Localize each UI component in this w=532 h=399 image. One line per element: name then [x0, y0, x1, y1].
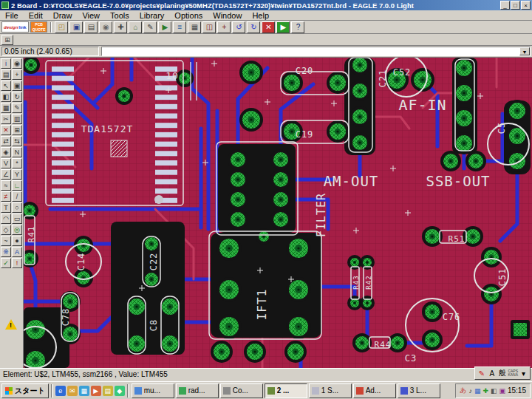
ql-outlook-icon[interactable]: ✉	[67, 386, 78, 396]
tool-name[interactable]: N	[12, 147, 22, 157]
menu-file[interactable]: File	[0, 11, 24, 20]
tool-pinswap[interactable]: ⇄	[1, 136, 11, 146]
pcb-drawing[interactable]: 10C20C21C52AF-INTDA1572TC19AM-OUTSSB-OUT…	[24, 58, 532, 368]
menu-options[interactable]: Options	[169, 11, 208, 20]
tray-display-icon[interactable]: ▦	[474, 387, 481, 395]
tray-task-icon[interactable]: ▣	[499, 387, 505, 395]
use-library-button[interactable]: ⌂	[129, 21, 142, 33]
tool-auto[interactable]: A	[12, 247, 22, 257]
mark-button[interactable]: +	[217, 21, 231, 33]
ql-media-player-icon[interactable]: ▶	[91, 386, 101, 396]
tool-signal[interactable]: ~	[1, 236, 11, 246]
ime-input-mode[interactable]: A	[487, 369, 497, 378]
task-1s[interactable]: 1 S...	[309, 383, 352, 398]
menu-library[interactable]: Library	[134, 11, 170, 20]
ime-conversion-mode[interactable]: 般	[497, 368, 507, 378]
tool-show[interactable]: ◉	[12, 58, 22, 69]
ime-options-icon[interactable]: ▾	[519, 369, 528, 378]
tool-mark[interactable]: +	[12, 69, 22, 80]
task-eagle-board[interactable]: 2 ...	[265, 383, 307, 398]
tool-paste[interactable]: ▥	[12, 114, 22, 124]
designlink-button[interactable]: design link	[1, 21, 29, 33]
command-line-input[interactable]	[102, 47, 519, 55]
display-layers-button[interactable]: ◫	[202, 21, 216, 33]
menu-tools[interactable]: Tools	[105, 11, 134, 20]
tool-arc[interactable]: ◠	[1, 214, 11, 224]
tool-circle[interactable]: ○	[12, 202, 22, 213]
close-button[interactable]: ×	[521, 1, 531, 10]
grid-button[interactable]: ⊞	[1, 35, 13, 45]
task-rad[interactable]: rad...	[176, 383, 219, 398]
tool-ripup[interactable]: ≠	[1, 191, 11, 202]
tool-rect[interactable]: ▭	[12, 214, 22, 224]
tool-hole[interactable]: ●	[12, 236, 22, 246]
tool-lock[interactable]: ◈	[1, 147, 11, 157]
pcb-quote-button[interactable]: PCB QUOTE	[30, 21, 48, 33]
tool-display[interactable]: ▤	[1, 69, 11, 80]
tool-route[interactable]: ∟	[12, 180, 22, 191]
ql-explorer-icon[interactable]: ▤	[103, 386, 113, 396]
tool-info[interactable]: i	[1, 58, 11, 69]
tool-group[interactable]: ▦	[1, 103, 11, 113]
cam-processor-button[interactable]: ◉	[99, 21, 112, 33]
task-co[interactable]: Co...	[220, 383, 263, 398]
taskbar-clock[interactable]: 15:15	[508, 386, 526, 395]
command-dropdown-arrow[interactable]: ▼	[519, 47, 530, 55]
board-canvas[interactable]: 10C20C21C52AF-INTDA1572TC19AM-OUTSSB-OUT…	[24, 58, 532, 368]
tool-add[interactable]: ⊞	[12, 125, 22, 135]
minimize-button[interactable]: _	[500, 1, 510, 10]
task-3l[interactable]: 3 L...	[398, 383, 440, 398]
save-button[interactable]: ▣	[69, 21, 83, 33]
tool-mirror[interactable]: ◧	[1, 92, 11, 102]
tool-miter[interactable]: ∠	[1, 169, 11, 180]
tool-change[interactable]: ✎	[12, 103, 22, 113]
ql-messenger-icon[interactable]: ◆	[115, 386, 125, 396]
command-combo[interactable]: ▼	[101, 47, 531, 56]
menu-help[interactable]: Help	[247, 11, 274, 20]
tool-smash[interactable]: *	[12, 158, 22, 168]
tray-antivirus-icon[interactable]: ✚	[482, 387, 488, 395]
app-icon[interactable]	[1, 1, 9, 9]
tool-rotate[interactable]: ↻	[12, 92, 22, 102]
open-button[interactable]: ◰	[55, 21, 68, 33]
print-button[interactable]: ▤	[84, 21, 98, 33]
menu-draw[interactable]: Draw	[48, 11, 78, 20]
tool-errors[interactable]: !	[12, 258, 22, 268]
tool-text[interactable]: T	[1, 202, 11, 213]
go-command-button[interactable]: ▶	[276, 21, 290, 33]
tray-volume-icon[interactable]: ♪	[468, 387, 472, 395]
menu-edit[interactable]: Edit	[24, 11, 48, 20]
tool-split[interactable]: Y	[12, 169, 22, 180]
run-ulp-button[interactable]: ▶	[158, 21, 171, 33]
undo-button[interactable]: ↺	[232, 21, 245, 33]
ql-internet-explorer-icon[interactable]: e	[55, 386, 66, 396]
tool-ratsnest[interactable]: ※	[1, 247, 11, 257]
tool-move[interactable]: ↖	[1, 81, 11, 91]
help-button[interactable]: ?	[291, 21, 304, 33]
window-select-button[interactable]: ▦	[188, 21, 201, 33]
tray-network-icon[interactable]: ◧	[491, 387, 497, 395]
tray-ime-icon[interactable]: あ	[460, 386, 466, 395]
redo-button[interactable]: ↻	[247, 21, 260, 33]
tool-value[interactable]: V	[1, 158, 11, 168]
menu-view[interactable]: View	[77, 11, 105, 20]
tool-wire[interactable]: /	[12, 191, 22, 202]
script-button[interactable]: ✎	[143, 21, 157, 33]
ime-kana-indicator[interactable]: KANA	[508, 373, 518, 377]
library-button[interactable]: ≡	[173, 21, 186, 33]
stop-command-button[interactable]: ✕	[262, 21, 275, 33]
task-ad[interactable]: Ad...	[353, 383, 396, 398]
menu-window[interactable]: Window	[208, 11, 247, 20]
tool-drc[interactable]: ✓	[1, 258, 11, 268]
ql-show-desktop-icon[interactable]: ▦	[79, 386, 89, 396]
drill-button[interactable]: ✚	[114, 21, 127, 33]
task-mu[interactable]: mu...	[132, 383, 174, 398]
tool-delete[interactable]: ✕	[1, 125, 11, 135]
tool-polygon[interactable]: ◇	[1, 225, 11, 235]
ime-pen-icon[interactable]: ✎	[477, 369, 486, 378]
start-button[interactable]: スタート	[1, 383, 49, 398]
tool-copy[interactable]: ▣	[12, 81, 22, 91]
maximize-button[interactable]: □	[511, 1, 520, 10]
tool-replace[interactable]: ⇆	[12, 136, 22, 146]
tool-optimize[interactable]: ≈	[1, 180, 11, 191]
